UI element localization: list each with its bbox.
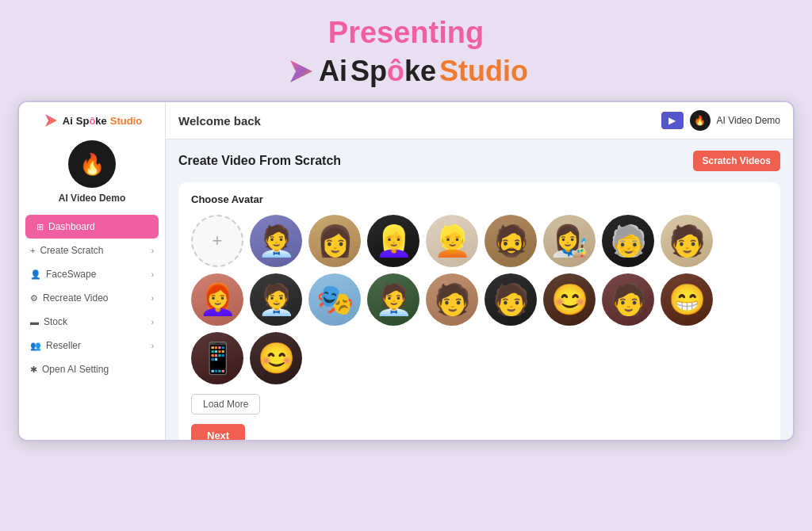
avatar-item[interactable]: 😁 ♥ <box>661 273 713 326</box>
user-avatar: 🔥 <box>68 140 116 188</box>
sidebar-item-open-ai[interactable]: ✱ Open AI Setting <box>19 357 165 381</box>
video-icon-box: ▶ <box>661 112 684 129</box>
scratch-videos-button[interactable]: Scratch Videos <box>693 151 780 171</box>
chevron-right-icon-3: › <box>151 294 154 303</box>
avatar-item[interactable]: 😊 ♥ <box>250 332 302 384</box>
recreate-icon: ⚙ <box>30 293 38 304</box>
brand-logo: AiSpôkeStudio <box>284 55 528 88</box>
heart-icon: ♥ <box>529 216 534 225</box>
chevron-right-icon-4: › <box>151 318 154 327</box>
avatar-item[interactable]: 👩 ♥ <box>308 215 361 267</box>
svg-marker-1 <box>45 114 57 127</box>
chevron-right-icon-5: › <box>151 342 154 350</box>
top-user-avatar: 🔥 <box>690 110 710 131</box>
plus-icon: + <box>30 246 35 255</box>
avatar-item[interactable]: 🎭 ♥ <box>308 273 361 326</box>
heart-icon: ♥ <box>294 275 299 284</box>
avatar-item[interactable]: 🧑 ♥ <box>661 215 713 267</box>
avatar-item[interactable]: 🧑 ♥ <box>426 273 478 326</box>
reseller-icon: 👥 <box>30 341 41 351</box>
sidebar-item-dashboard-label: Dashboard <box>48 221 95 232</box>
top-bar-right: ▶ 🔥 AI Video Demo <box>661 110 781 131</box>
avatar-item[interactable]: 😊 ♥ <box>543 273 596 326</box>
avatar-section: Choose Avatar + 🧑‍💼 ♥ 👩 ♥ <box>178 182 780 440</box>
avatar-flame-icon: 🔥 <box>79 152 105 177</box>
heart-icon: ♥ <box>646 216 651 225</box>
chevron-right-icon: › <box>151 246 154 255</box>
sidebar-brand-spoke: Spôke <box>76 115 107 127</box>
svg-marker-0 <box>290 60 312 82</box>
sidebar-item-dashboard[interactable]: ⊞ Dashboard <box>25 215 159 239</box>
heart-icon: ♥ <box>705 216 710 225</box>
avatar-item[interactable]: 🧑 ♥ <box>602 273 654 326</box>
sidebar-item-faceswap[interactable]: 👤 FaceSwape › <box>19 262 165 286</box>
choose-avatar-title: Choose Avatar <box>191 193 768 205</box>
top-avatar-flame: 🔥 <box>694 115 706 126</box>
sidebar-item-recreate[interactable]: ⚙ Recreate Video › <box>19 286 165 310</box>
brand-ai: Ai <box>319 55 347 88</box>
presenting-title: Presenting <box>284 16 528 50</box>
presenting-header: Presenting AiSpôkeStudio <box>284 16 528 101</box>
sidebar-logo-icon <box>42 112 59 129</box>
avatar-grid: + 🧑‍💼 ♥ 👩 ♥ 👱‍♀️ ♥ <box>191 215 768 384</box>
sidebar-item-recreate-label: Recreate Video <box>43 292 109 304</box>
avatar-item[interactable]: 🧑 ♥ <box>485 273 537 326</box>
page-header: Create Video From Scratch Scratch Videos <box>178 151 780 171</box>
sidebar-item-faceswap-label: FaceSwape <box>46 269 96 280</box>
heart-icon: ♥ <box>470 275 475 284</box>
heart-icon: ♥ <box>705 275 710 284</box>
heart-icon: ♥ <box>412 275 416 284</box>
sidebar-brand-studio: Studio <box>110 115 142 127</box>
openai-icon: ✱ <box>30 365 37 375</box>
welcome-text: Welcome back <box>178 114 261 128</box>
heart-icon: ♥ <box>294 334 299 342</box>
faceswap-icon: 👤 <box>30 269 41 280</box>
avatar-item[interactable]: 👩‍🎨 ♥ <box>543 215 596 267</box>
avatar-item[interactable]: 📱 ♥ <box>191 332 243 384</box>
avatar-item[interactable]: 👱‍♀️ ♥ <box>367 215 419 267</box>
sidebar-item-reseller[interactable]: 👥 Reseller › <box>19 334 165 357</box>
avatar-item[interactable]: 🧓 ♥ <box>602 215 654 267</box>
load-more-button[interactable]: Load More <box>191 394 260 414</box>
top-user-name: AI Video Demo <box>717 115 781 126</box>
avatar-item[interactable]: 👱 ♥ <box>426 215 478 267</box>
sidebar-item-reseller-label: Reseller <box>46 340 81 351</box>
heart-icon: ♥ <box>646 275 651 284</box>
heart-icon: ♥ <box>353 216 358 225</box>
heart-icon: ♥ <box>529 275 534 284</box>
avatar-item[interactable]: 👩‍🦰 ♥ <box>191 273 243 326</box>
heart-icon: ♥ <box>412 216 416 225</box>
content-area: Create Video From Scratch Scratch Videos… <box>166 139 793 440</box>
sidebar-item-openai-label: Open AI Setting <box>42 364 109 375</box>
avatar-item[interactable]: 🧑‍💼 ♥ <box>367 273 419 326</box>
main-content: Welcome back ▶ 🔥 AI Video Demo Create Vi… <box>166 102 793 440</box>
add-avatar-button[interactable]: + <box>191 215 243 267</box>
dashboard-icon: ⊞ <box>36 222 44 232</box>
sidebar-item-stock-label: Stock <box>44 316 67 327</box>
heart-icon: ♥ <box>588 275 592 284</box>
app-window: AiSpôkeStudio 🔥 AI Video Demo ⊞ Dashboar… <box>17 101 795 441</box>
heart-icon: ♥ <box>353 275 358 284</box>
sidebar: AiSpôkeStudio 🔥 AI Video Demo ⊞ Dashboar… <box>19 102 166 440</box>
logo-icon <box>284 55 316 87</box>
brand-studio: Studio <box>439 55 528 88</box>
heart-icon: ♥ <box>236 275 240 284</box>
sidebar-item-create-label: Create Scratch <box>40 245 103 256</box>
heart-icon: ♥ <box>588 216 592 225</box>
avatar-item[interactable]: 🧑‍💼 ♥ <box>250 273 302 326</box>
top-bar: Welcome back ▶ 🔥 AI Video Demo <box>166 102 793 139</box>
next-button[interactable]: Next <box>191 424 245 440</box>
avatar-item[interactable]: 🧑‍💼 ♥ <box>250 215 302 267</box>
sidebar-user-name: AI Video Demo <box>59 193 125 204</box>
page-title: Create Video From Scratch <box>178 154 341 168</box>
sidebar-item-create-scratch[interactable]: + Create Scratch › <box>19 239 165 262</box>
sidebar-item-stock[interactable]: ▬ Stock › <box>19 310 165 334</box>
add-icon: + <box>213 231 223 251</box>
video-icon: ▶ <box>668 115 676 126</box>
heart-icon: ♥ <box>236 334 240 342</box>
sidebar-brand: AiSpôkeStudio <box>42 112 142 129</box>
avatar-item[interactable]: 🧔 ♥ <box>485 215 537 267</box>
sidebar-brand-ai: Ai <box>63 115 73 127</box>
heart-icon: ♥ <box>470 216 475 225</box>
heart-icon: ♥ <box>294 216 299 225</box>
